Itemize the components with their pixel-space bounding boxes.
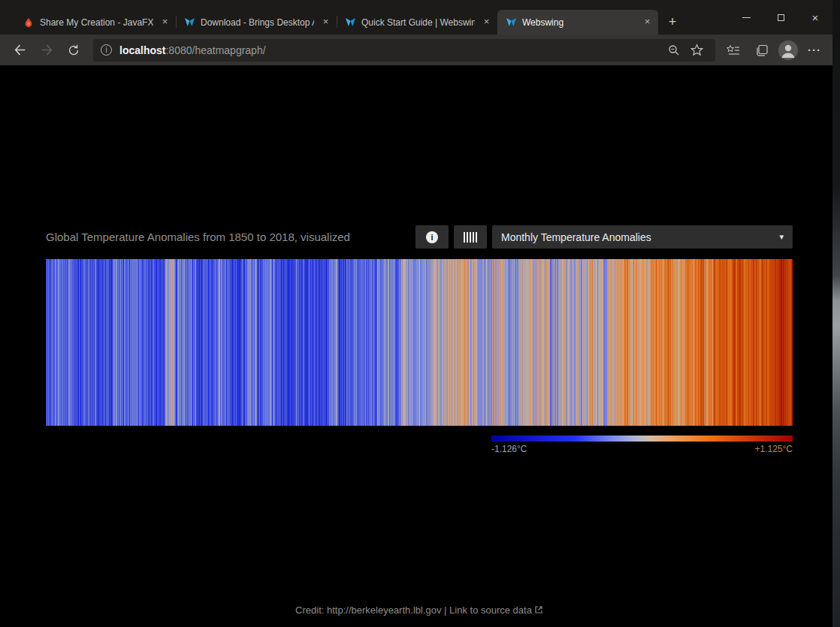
stripes-icon xyxy=(464,232,477,243)
forward-arrow-icon xyxy=(41,44,53,56)
tab-title: Download - Brings Desktop A xyxy=(201,17,314,28)
dataset-dropdown[interactable]: Monthly Temperature Anomalies ▾ xyxy=(492,225,793,249)
browser-window: Share My Creation - JavaFX a × Download … xyxy=(0,0,832,627)
tab-share-my-creation[interactable]: Share My Creation - JavaFX a × xyxy=(15,10,176,35)
credit-footer: Credit: http://berkeleyearth.lbl.gov | L… xyxy=(46,604,793,627)
webswing-logo-icon xyxy=(344,17,356,29)
legend-max-label: +1.125°C xyxy=(754,444,793,454)
tab-close-icon[interactable]: × xyxy=(159,16,171,29)
forward-button[interactable] xyxy=(33,39,60,62)
page-info-icon[interactable]: i xyxy=(101,44,112,56)
page-content: Global Temperature Anomalies from 1850 t… xyxy=(0,65,832,627)
warming-stripes-canvas xyxy=(46,259,793,426)
new-tab-button[interactable]: + xyxy=(661,11,684,33)
page-title: Global Temperature Anomalies from 1850 t… xyxy=(46,231,410,243)
tab-title: Webswing xyxy=(522,17,636,28)
browser-tab-bar: Share My Creation - JavaFX a × Download … xyxy=(0,0,832,35)
credit-text: Credit: http://berkeleyearth.lbl.gov | xyxy=(295,604,449,616)
tab-close-icon[interactable]: × xyxy=(480,16,493,29)
window-controls: × xyxy=(729,0,832,35)
legend-labels: -1.126°C +1.125°C xyxy=(491,444,793,454)
screen: Share My Creation - JavaFX a × Download … xyxy=(0,0,840,627)
url-text: localhost:8080/heatmapgraph/ xyxy=(119,44,663,57)
profile-avatar[interactable] xyxy=(778,41,798,60)
minimize-button[interactable] xyxy=(729,0,763,35)
tab-title: Share My Creation - JavaFX a xyxy=(40,17,153,28)
tab-close-icon[interactable]: × xyxy=(319,16,332,29)
favorites-bar-icon[interactable] xyxy=(721,40,745,61)
color-legend: -1.126°C +1.125°C xyxy=(491,436,793,454)
browser-toolbar: i localhost:8080/heatmapgraph/ xyxy=(0,35,832,65)
back-button[interactable] xyxy=(6,39,33,62)
info-icon: i xyxy=(426,231,438,243)
address-bar[interactable]: i localhost:8080/heatmapgraph/ xyxy=(93,39,715,62)
xda-flame-icon xyxy=(23,17,35,29)
minimize-icon xyxy=(742,17,751,18)
stripes-view-button[interactable] xyxy=(454,225,487,249)
tab-download-webswing[interactable]: Download - Brings Desktop A × xyxy=(176,10,337,35)
webswing-logo-icon xyxy=(183,17,195,29)
collections-icon[interactable] xyxy=(750,40,774,61)
chart-header-row: Global Temperature Anomalies from 1850 t… xyxy=(46,225,793,249)
tab-quick-start-guide[interactable]: Quick Start Guide | Webswing × xyxy=(337,10,497,35)
settings-menu-icon[interactable]: ··· xyxy=(802,40,826,61)
maximize-icon xyxy=(778,14,784,21)
tab-title: Quick Start Guide | Webswing xyxy=(361,17,475,28)
zoom-icon[interactable] xyxy=(663,41,685,60)
url-host: localhost xyxy=(119,44,165,56)
tab-webswing-active[interactable]: Webswing × xyxy=(497,10,658,35)
legend-min-label: -1.126°C xyxy=(491,444,527,454)
back-arrow-icon xyxy=(14,44,26,56)
toolbar-right-cluster: ··· xyxy=(721,40,826,61)
maximize-button[interactable] xyxy=(763,0,798,35)
desktop-wallpaper-sliver xyxy=(832,0,840,627)
chevron-down-icon: ▾ xyxy=(779,232,784,242)
refresh-icon xyxy=(68,44,80,56)
favorite-star-icon[interactable] xyxy=(685,41,708,60)
external-link-icon xyxy=(534,605,543,614)
legend-gradient-bar xyxy=(491,436,793,442)
webswing-logo-icon xyxy=(505,17,517,29)
tab-close-icon[interactable]: × xyxy=(641,16,654,29)
dropdown-selected-label: Monthly Temperature Anomalies xyxy=(501,231,651,243)
close-window-button[interactable]: × xyxy=(798,0,832,35)
refresh-button[interactable] xyxy=(60,39,87,62)
info-button[interactable]: i xyxy=(415,225,449,249)
source-data-link[interactable]: Link to source data xyxy=(449,604,532,616)
url-path: :8080/heatmapgraph/ xyxy=(165,44,265,56)
